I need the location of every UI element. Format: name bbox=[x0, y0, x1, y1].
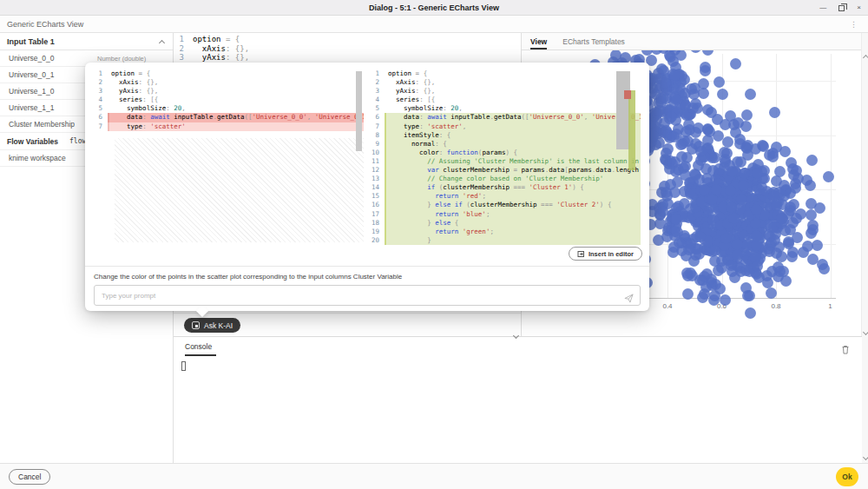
input-table-section-header[interactable]: Input Table 1 bbox=[0, 33, 173, 50]
diff-code-line: 1option = { bbox=[94, 69, 364, 78]
diff-original-code: 1option = {2 xAxis: {},3 yAxis: {},4 ser… bbox=[94, 69, 364, 131]
code-line: 2 xAxis: {}, bbox=[174, 44, 521, 54]
diff-code-line: 20 } bbox=[371, 236, 641, 245]
diff-code-line: 16 } else if (clusterMembership === 'Clu… bbox=[371, 201, 641, 209]
scroll-up-icon[interactable] bbox=[862, 55, 868, 61]
tab-view[interactable]: View bbox=[530, 33, 547, 50]
diff-left-scrollbar-thumb[interactable] bbox=[356, 71, 362, 151]
scatter-point bbox=[774, 166, 786, 177]
insert-in-editor-label: Insert in editor bbox=[589, 250, 634, 258]
scatter-point bbox=[687, 102, 699, 114]
restore-icon[interactable] bbox=[838, 5, 845, 11]
preview-tabs: View ECharts Templates bbox=[522, 33, 861, 50]
prompt-section: Change the color of the points in the sc… bbox=[85, 266, 649, 267]
scatter-point bbox=[717, 89, 728, 100]
flow-variables-label: Flow Variables bbox=[7, 137, 58, 146]
dialog-window: Dialog - 5:1 - Generic ECharts View — × … bbox=[0, 0, 868, 489]
scatter-point bbox=[654, 105, 665, 116]
clear-console-icon[interactable] bbox=[841, 342, 850, 358]
diff-code-line: 2 xAxis: {}, bbox=[371, 78, 641, 87]
scatter-point bbox=[741, 109, 753, 121]
overview-ruler-added-mark bbox=[628, 90, 635, 170]
scatter-point bbox=[694, 231, 706, 242]
scatter-point bbox=[722, 136, 733, 148]
diff-code-line: 15 return 'red'; bbox=[371, 192, 641, 201]
ai-toolbar: Ask K-AI bbox=[174, 313, 521, 336]
diff-code-line: 18 } else { bbox=[371, 219, 641, 228]
scatter-point bbox=[700, 62, 711, 73]
x-tick-label: 1 bbox=[818, 302, 844, 310]
diff-code-line: 8 itemStyle: { bbox=[371, 131, 641, 140]
diff-code-line: 5 symbolSize: 20, bbox=[371, 104, 641, 113]
prompt-input[interactable] bbox=[94, 285, 641, 306]
scatter-point bbox=[716, 262, 727, 274]
scatter-point bbox=[620, 52, 631, 63]
scatter-point bbox=[727, 166, 738, 177]
close-icon[interactable]: × bbox=[857, 4, 861, 11]
scatter-point bbox=[764, 246, 775, 257]
scatter-point bbox=[738, 180, 749, 191]
x-tick-label: 0.4 bbox=[654, 302, 681, 310]
scatter-point bbox=[720, 294, 731, 306]
overview-ruler-removed-mark bbox=[624, 90, 631, 99]
diff-code-line: 12 var clusterMembership = params.data[p… bbox=[371, 166, 641, 175]
scatter-point bbox=[669, 93, 681, 104]
scatter-point bbox=[780, 275, 792, 287]
scatter-point bbox=[805, 180, 816, 191]
ok-button[interactable]: Ok bbox=[836, 467, 858, 486]
scatter-point bbox=[694, 174, 705, 185]
ask-kai-button[interactable]: Ask K-AI bbox=[184, 318, 240, 333]
cancel-button[interactable]: Cancel bbox=[9, 469, 50, 485]
scatter-point bbox=[758, 141, 769, 152]
scatter-point bbox=[806, 198, 817, 209]
scatter-point bbox=[706, 277, 717, 288]
scatter-point bbox=[819, 263, 830, 274]
diff-modified-pane[interactable]: 1option = {2 xAxis: {},3 yAxis: {},4 ser… bbox=[371, 69, 641, 245]
column-name: Cluster Membership bbox=[9, 120, 75, 129]
diff-code-line: 10 color: function(params) { bbox=[371, 149, 641, 157]
code-line: 3 yAxis: {}, bbox=[174, 53, 521, 63]
scatter-point bbox=[730, 58, 741, 69]
scatter-point bbox=[713, 76, 725, 88]
node-header: Generic ECharts View ⋮ bbox=[0, 16, 868, 33]
scatter-point bbox=[788, 169, 799, 181]
scatter-point bbox=[745, 89, 756, 100]
scatter-point bbox=[661, 231, 673, 242]
send-prompt-icon[interactable] bbox=[624, 291, 634, 307]
column-name: Universe_1_1 bbox=[9, 103, 54, 112]
kebab-menu-icon[interactable]: ⋮ bbox=[850, 16, 858, 33]
scatter-point bbox=[806, 155, 818, 166]
diff-filler-hatch bbox=[115, 138, 364, 242]
diff-original-pane[interactable]: 1option = {2 xAxis: {},3 yAxis: {},4 ser… bbox=[94, 69, 364, 245]
insert-in-editor-button[interactable]: Insert in editor bbox=[569, 247, 642, 261]
scatter-point bbox=[690, 50, 701, 53]
tab-echarts-templates[interactable]: ECharts Templates bbox=[562, 33, 625, 50]
console-tab-underline bbox=[185, 354, 216, 356]
scroll-down-icon[interactable] bbox=[862, 454, 868, 460]
scatter-point bbox=[823, 171, 834, 182]
column-name: Universe_1_0 bbox=[9, 87, 54, 96]
scatter-point bbox=[726, 202, 737, 213]
scroll-down-icon[interactable] bbox=[862, 329, 868, 335]
console-tab[interactable]: Console bbox=[185, 342, 212, 351]
scatter-point bbox=[791, 213, 802, 224]
scatter-point bbox=[745, 307, 756, 319]
chevron-up-icon bbox=[159, 40, 165, 46]
panel-scrollbar[interactable] bbox=[861, 33, 868, 463]
scatter-point bbox=[697, 292, 708, 303]
scatter-point bbox=[706, 107, 717, 118]
scatter-point bbox=[732, 249, 743, 261]
minimize-icon[interactable]: — bbox=[819, 4, 826, 11]
scatter-point bbox=[773, 261, 784, 273]
window-title: Dialog - 5:1 - Generic ECharts View bbox=[0, 0, 868, 16]
scatter-point bbox=[672, 176, 683, 188]
diff-code-line: 7 type: 'scatter' bbox=[94, 122, 364, 131]
text-cursor bbox=[181, 361, 186, 371]
diff-code-line: 19 return 'green'; bbox=[371, 228, 641, 236]
diff-code-line: 13 // Change color based on 'Cluster Mem… bbox=[371, 175, 641, 183]
column-name: Universe_0_1 bbox=[9, 70, 54, 79]
kai-suggestion-popup: 1option = {2 xAxis: {},3 yAxis: {},4 ser… bbox=[85, 63, 649, 311]
diff-code-line: 14 if (clusterMembership === 'Cluster 1'… bbox=[371, 183, 641, 192]
title-bar: Dialog - 5:1 - Generic ECharts View — × bbox=[0, 0, 868, 16]
dialog-footer: Cancel Ok bbox=[0, 463, 868, 489]
